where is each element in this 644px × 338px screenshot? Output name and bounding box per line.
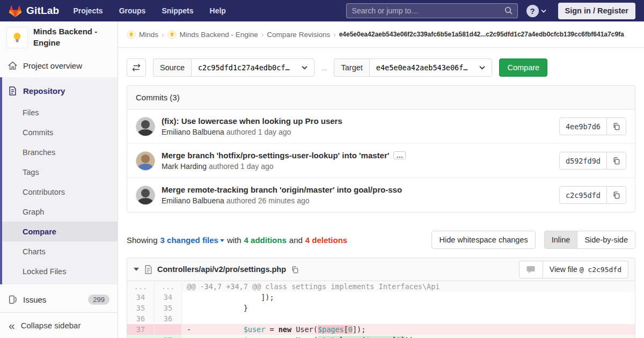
view-file-button[interactable]: View file @ c2c95dfd: [543, 261, 628, 278]
deletions-count: 4 deletions: [305, 236, 347, 245]
compare-button[interactable]: Compare: [499, 58, 547, 77]
code-line: [182, 313, 635, 324]
top-navbar: GitLab Projects Groups Snippets Help ? S…: [0, 0, 644, 21]
old-line-number[interactable]: 35: [127, 303, 155, 313]
copy-sha-button[interactable]: [607, 187, 626, 203]
collapse-sidebar-button[interactable]: « Collapse sidebar: [0, 312, 118, 338]
commit-author[interactable]: Mark Harding: [162, 162, 207, 171]
hide-whitespace-button[interactable]: Hide whitespace changes: [431, 231, 535, 249]
diff-removed-line-row: 37 - $user = new User($pages[0]);: [127, 324, 635, 335]
diff-view-toggle: Inline Side-by-side: [544, 231, 635, 249]
new-line-number[interactable]: 36: [155, 313, 182, 324]
nav-snippets[interactable]: Snippets: [162, 6, 193, 15]
swap-revisions-button[interactable]: [127, 58, 146, 77]
nav-help[interactable]: Help: [210, 6, 226, 15]
sidebar-item-graph[interactable]: Graph: [2, 202, 118, 222]
breadcrumb-compare-revisions[interactable]: Compare Revisions: [267, 31, 330, 39]
target-input-group: Target e4e5e0ea42aeb543e06f…: [334, 58, 492, 77]
double-chevron-left-icon: «: [9, 320, 15, 331]
diff-table: ... ... @@ -34,7 +34,7 @@ class settings…: [127, 281, 635, 338]
commits-header: Commits (3): [127, 86, 635, 109]
sidebar-item-branches[interactable]: Branches: [2, 142, 118, 162]
source-value: c2c95dfd1c27a4edb0cf…: [198, 63, 290, 72]
sign-in-button[interactable]: Sign in / Register: [558, 3, 635, 19]
lightbulb-icon: [11, 31, 24, 44]
gitlab-tanuki-icon: [9, 4, 22, 18]
commit-title[interactable]: (fix): Use lowercase when looking up Pro…: [162, 116, 342, 126]
copy-sha-button[interactable]: [607, 118, 626, 135]
toggle-comments-button[interactable]: [519, 261, 543, 278]
old-line-number[interactable]: [127, 335, 155, 338]
commit-title[interactable]: Merge branch 'hotfix/pro-settings-user-l…: [162, 151, 389, 160]
commit-title[interactable]: Merge remote-tracking branch 'origin/mas…: [162, 185, 402, 194]
new-line-number[interactable]: 35: [155, 303, 182, 313]
sidebar-item-project-overview[interactable]: Project overview: [0, 54, 118, 77]
copy-file-path-icon[interactable]: [291, 266, 299, 274]
brand-text: GitLab: [26, 5, 59, 17]
compare-form: Source c2c95dfd1c27a4edb0cf… ... Target …: [127, 58, 635, 77]
collapse-diff-caret-icon[interactable]: [134, 268, 139, 271]
project-title[interactable]: Minds Backend - Engine: [33, 26, 111, 48]
copy-icon: [612, 191, 620, 199]
commit-sha[interactable]: c2c95dfd: [560, 187, 607, 203]
commit-sha[interactable]: d592fd9d: [560, 152, 607, 169]
avatar[interactable]: [136, 151, 155, 171]
copy-sha-button[interactable]: [607, 152, 626, 169]
new-line-number[interactable]: 37: [155, 335, 182, 338]
inline-view-button[interactable]: Inline: [545, 231, 577, 248]
code-line: + $user = new User(strtolower($pages[0])…: [182, 335, 635, 338]
hunk-header-text: @@ -34,7 +34,7 @@ class settings impleme…: [182, 281, 635, 292]
repository-section: Repository Files Commits Branches Tags C…: [0, 77, 118, 284]
issues-count-badge: 299: [88, 295, 109, 305]
commit-author[interactable]: Emiliano Balbuena: [162, 128, 224, 136]
sidebar-item-charts[interactable]: Charts: [2, 241, 118, 261]
old-line-number[interactable]: 34: [127, 292, 155, 303]
commit-row: Merge branch 'hotfix/pro-settings-user-l…: [127, 143, 635, 178]
breadcrumb-project[interactable]: Minds Backend - Engine: [180, 31, 258, 39]
sidebar-nav: Project overview Repository Files Commit…: [0, 54, 118, 311]
showing-label: Showing: [127, 236, 158, 245]
new-line-number: ...: [155, 281, 182, 292]
target-branch-dropdown[interactable]: e4e5e0ea42aeb543e06f…: [369, 58, 493, 77]
breadcrumb-separator: ›: [333, 31, 336, 39]
gitlab-logo[interactable]: GitLab: [9, 4, 59, 18]
commits-panel: Commits (3) (fix): Use lowercase when lo…: [127, 85, 635, 212]
breadcrumb-minds[interactable]: Minds: [139, 31, 158, 39]
sidebar-item-commits[interactable]: Commits: [2, 122, 118, 142]
search-icon: [504, 6, 513, 15]
sidebar-item-issues[interactable]: Issues 299: [0, 288, 118, 311]
old-line-number[interactable]: 37: [127, 324, 155, 335]
breadcrumb-separator: ›: [162, 31, 164, 39]
diff-summary-bar: Showing 3 changed files with 4 additions…: [127, 231, 635, 249]
code-line: }: [182, 303, 635, 313]
breadcrumb-current-sha: e4e5e0ea42aeb543e06f2c339afc6b5e1a581d42…: [339, 31, 624, 38]
side-by-side-view-button[interactable]: Side-by-side: [577, 231, 635, 248]
changed-files-dropdown[interactable]: 3 changed files: [160, 236, 224, 245]
commit-sha[interactable]: 4ee9b7d6: [560, 118, 607, 135]
avatar[interactable]: [136, 117, 155, 136]
help-menu[interactable]: ?: [526, 5, 546, 17]
additions-count: 4 additions: [244, 236, 287, 245]
nav-projects[interactable]: Projects: [73, 6, 103, 15]
commit-author[interactable]: Emiliano Balbuena: [162, 196, 224, 205]
copy-icon: [612, 157, 620, 165]
sidebar-item-tags[interactable]: Tags: [2, 162, 118, 182]
commit-time: authored 26 minutes ago: [226, 196, 310, 205]
old-line-number[interactable]: 36: [127, 313, 155, 324]
sidebar-item-files[interactable]: Files: [2, 102, 118, 122]
project-avatar[interactable]: [6, 27, 28, 48]
diff-file-path[interactable]: Controllers/api/v2/pro/settings.php: [157, 265, 286, 274]
sidebar-item-repository[interactable]: Repository: [2, 79, 118, 102]
new-line-number[interactable]: 34: [155, 292, 182, 303]
sidebar-item-label: Repository: [23, 86, 65, 95]
source-branch-dropdown[interactable]: c2c95dfd1c27a4edb0cf…: [191, 58, 314, 77]
commit-description-expander[interactable]: …: [393, 151, 406, 159]
sidebar-item-label: Issues: [23, 295, 46, 304]
nav-groups[interactable]: Groups: [119, 6, 146, 15]
sidebar-item-compare[interactable]: Compare: [2, 222, 118, 241]
sidebar-item-locked-files[interactable]: Locked Files: [2, 261, 118, 281]
new-line-number[interactable]: [155, 324, 182, 335]
search-input[interactable]: [346, 3, 518, 18]
sidebar-item-contributors[interactable]: Contributors: [2, 182, 118, 202]
avatar[interactable]: [136, 186, 155, 205]
